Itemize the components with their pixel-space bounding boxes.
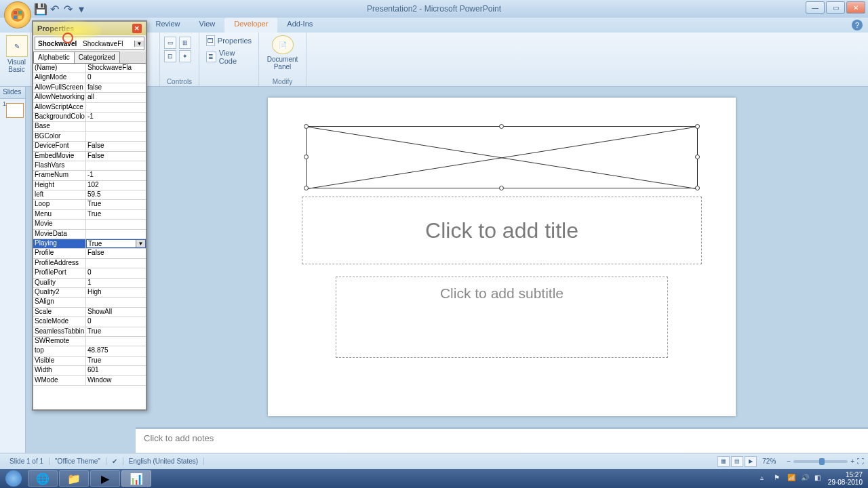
office-button[interactable]: [4, 1, 31, 28]
property-row[interactable]: AllowNetworkingall: [33, 93, 146, 102]
save-icon[interactable]: 💾: [35, 3, 46, 14]
property-value[interactable]: [86, 230, 146, 239]
zoom-in-button[interactable]: +: [850, 458, 854, 465]
view-code-button[interactable]: ≣ View Code: [203, 47, 254, 66]
property-row[interactable]: DeviceFontFalse: [33, 142, 146, 151]
control-icon[interactable]: ▭: [164, 37, 176, 49]
property-row[interactable]: Base: [33, 122, 146, 131]
property-value[interactable]: [86, 337, 146, 346]
dropdown-arrow-icon[interactable]: ▼: [134, 41, 144, 47]
property-value[interactable]: [86, 220, 146, 228]
sorter-view-button[interactable]: ▤: [731, 456, 743, 467]
property-row[interactable]: FrameNum-1: [33, 171, 146, 180]
property-row[interactable]: MenuTrue: [33, 210, 146, 220]
control-icon[interactable]: ⊡: [164, 50, 176, 62]
zoom-percent[interactable]: 72%: [757, 458, 781, 465]
tray-volume-icon[interactable]: 🔊: [801, 474, 810, 483]
visual-basic-button[interactable]: ✎ Visual Basic: [7, 34, 26, 75]
property-value[interactable]: -1: [86, 171, 146, 180]
property-row[interactable]: ScaleMode0: [33, 317, 146, 327]
property-value[interactable]: True: [86, 327, 146, 336]
property-value[interactable]: False: [86, 152, 146, 161]
property-value[interactable]: 0: [86, 73, 146, 82]
property-row[interactable]: AllowFullScreenfalse: [33, 83, 146, 93]
property-value[interactable]: 601: [86, 366, 146, 375]
spellcheck-icon[interactable]: ✔: [106, 458, 123, 465]
tab-view[interactable]: View: [190, 18, 225, 33]
property-value[interactable]: High: [86, 288, 146, 297]
subtitle-placeholder[interactable]: Click to add subtitle: [336, 277, 668, 358]
property-row[interactable]: Width601: [33, 366, 146, 375]
language[interactable]: English (United States): [123, 458, 204, 465]
help-icon[interactable]: ?: [852, 20, 863, 30]
property-value[interactable]: [86, 122, 146, 131]
property-value[interactable]: 0: [86, 317, 146, 326]
property-value[interactable]: False: [86, 249, 146, 258]
props-tab-categorized[interactable]: Categorized: [74, 52, 120, 63]
property-value[interactable]: [86, 259, 146, 268]
properties-button[interactable]: 🗔 Properties: [203, 34, 254, 47]
slide-canvas[interactable]: Click to add title Click to add subtitle: [268, 98, 736, 416]
property-value[interactable]: ShockwaveFla: [86, 64, 146, 73]
clock[interactable]: 15:27 29-08-2010: [828, 471, 863, 486]
property-value[interactable]: 0: [86, 268, 146, 277]
property-value[interactable]: 1: [86, 279, 146, 287]
property-row[interactable]: ProfilePort0: [33, 268, 146, 278]
minimize-button[interactable]: —: [806, 1, 825, 14]
normal-view-button[interactable]: ▦: [717, 456, 730, 467]
property-value[interactable]: [86, 298, 146, 306]
qat-more-icon[interactable]: ▾: [76, 3, 87, 14]
taskbar-media[interactable]: ▶: [90, 470, 120, 487]
slide-thumbnail[interactable]: [6, 103, 24, 118]
object-selector[interactable]: Shockwavel ShockwaveFl ▼: [35, 37, 144, 50]
taskbar-chrome[interactable]: 🌐: [28, 470, 58, 487]
resize-handle[interactable]: [304, 186, 309, 190]
tray-flag-icon[interactable]: ⚑: [774, 474, 783, 483]
property-value[interactable]: 102: [86, 181, 146, 190]
property-row[interactable]: AlignMode0: [33, 73, 146, 83]
property-row[interactable]: SWRemote: [33, 337, 146, 346]
tab-add-ins[interactable]: Add-Ins: [277, 18, 322, 33]
slide-editor[interactable]: Click to add title Click to add subtitle: [136, 87, 868, 427]
taskbar-explorer[interactable]: 📁: [59, 470, 89, 487]
zoom-slider[interactable]: [793, 460, 848, 463]
property-value[interactable]: all: [86, 93, 146, 102]
zoom-out-button[interactable]: −: [787, 458, 791, 465]
undo-icon[interactable]: ↶: [49, 3, 60, 14]
property-row[interactable]: Height102: [33, 181, 146, 190]
props-tab-alphabetic[interactable]: Alphabetic: [33, 52, 75, 63]
property-row[interactable]: LoopTrue: [33, 200, 146, 209]
property-row[interactable]: left59.5: [33, 190, 146, 200]
property-row[interactable]: AllowScriptAcce: [33, 103, 146, 113]
dropdown-arrow-icon[interactable]: ▼: [136, 240, 145, 247]
property-row[interactable]: MovieData: [33, 230, 146, 239]
property-row[interactable]: Movie: [33, 220, 146, 229]
properties-grid[interactable]: (Name)ShockwaveFlaAlignMode0AllowFullScr…: [33, 64, 146, 409]
resize-handle[interactable]: [304, 155, 309, 159]
property-row[interactable]: WModeWindow: [33, 376, 146, 386]
maximize-button[interactable]: ▭: [826, 1, 845, 14]
property-value[interactable]: Window: [86, 376, 146, 385]
shockwave-flash-object[interactable]: [306, 126, 698, 188]
property-row[interactable]: (Name)ShockwaveFla: [33, 64, 146, 73]
property-row[interactable]: BackgroundColo-1: [33, 113, 146, 122]
property-row[interactable]: ProfileAddress: [33, 259, 146, 268]
property-value[interactable]: True: [86, 200, 146, 209]
resize-handle[interactable]: [695, 186, 700, 190]
resize-handle[interactable]: [499, 124, 504, 129]
tray-up-icon[interactable]: ▵: [760, 474, 770, 483]
zoom-thumb[interactable]: [819, 458, 825, 465]
document-panel-button[interactable]: 📄 Document Panel: [263, 34, 302, 70]
control-icon[interactable]: ⊞: [179, 37, 191, 49]
property-row[interactable]: Quality1: [33, 279, 146, 288]
property-row[interactable]: ProfileFalse: [33, 249, 146, 258]
resize-handle[interactable]: [695, 124, 700, 129]
slideshow-view-button[interactable]: ▶: [745, 456, 757, 467]
property-value[interactable]: [86, 161, 146, 170]
property-value[interactable]: [86, 132, 146, 141]
tab-review[interactable]: Review: [146, 18, 189, 33]
property-row[interactable]: Quality2High: [33, 288, 146, 298]
tray-network-icon[interactable]: 📶: [787, 474, 797, 483]
property-row[interactable]: SeamlessTabbinTrue: [33, 327, 146, 337]
sidebar-header[interactable]: Slides: [0, 87, 25, 99]
